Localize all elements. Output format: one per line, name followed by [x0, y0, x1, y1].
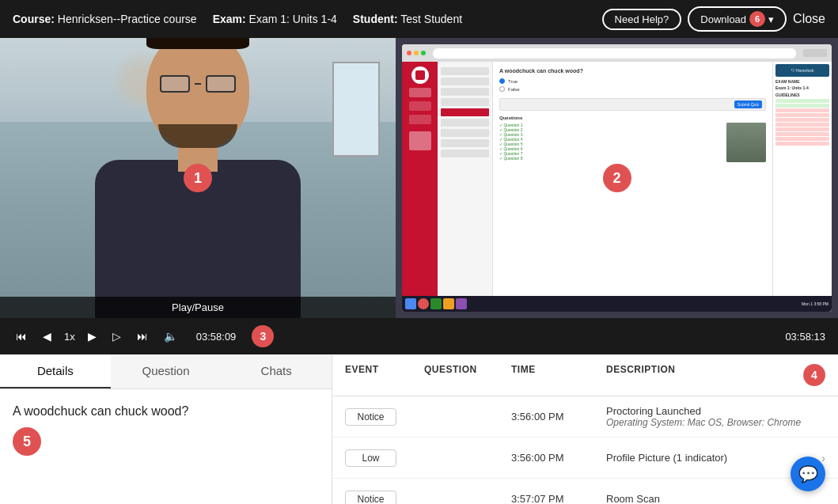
rewind-button[interactable]: ⏮ [13, 328, 30, 344]
event-badge-notice: Notice [345, 491, 396, 505]
download-button[interactable]: Download 6 ▾ [688, 6, 787, 32]
table-row[interactable]: Low 3:56:00 PM Profile Picture (1 indica… [332, 438, 838, 479]
chevron-right-icon: › [821, 452, 825, 464]
tab-question[interactable]: Question [111, 354, 222, 388]
tab-details[interactable]: Details [0, 354, 111, 388]
badge-3: 3 [252, 325, 274, 347]
question-text: A woodchuck can chuck wood? [13, 402, 319, 421]
play-button[interactable]: ▷ [109, 328, 124, 344]
table-row[interactable]: Notice 3:57:07 PM Room Scan [332, 479, 838, 504]
screen-share-video: A woodchuck can chuck wood? True False S… [396, 38, 838, 318]
event-desc-cell: Proctoring Launched Operating System: Ma… [606, 405, 825, 428]
table-row[interactable]: Notice 3:56:00 PM Proctoring Launched Op… [332, 396, 838, 438]
event-desc-cell: Room Scan [606, 493, 825, 504]
need-help-button[interactable]: Need Help? [602, 9, 682, 30]
play-pause-label[interactable]: Play/Pause [0, 297, 396, 318]
badge-4: 4 [803, 364, 825, 386]
step-forward-button[interactable]: ▶ [85, 328, 100, 344]
header-info: Course: Henricksen--Practice course Exam… [13, 13, 586, 25]
chat-icon: 💬 [798, 464, 818, 483]
event-badge-low: Low [345, 449, 396, 467]
header: Course: Henricksen--Practice course Exam… [0, 0, 838, 38]
events-header: EVENT QUESTION TIME DESCRIPTION 4 [332, 354, 838, 396]
col-desc-header: DESCRIPTION [606, 364, 803, 386]
time-elapsed: 03:58:09 [196, 331, 237, 343]
student-label: Student: Test Student [353, 13, 462, 25]
bottom-section: Details Question Chats A woodchuck can c… [0, 354, 838, 504]
event-badge-notice: Notice [345, 408, 396, 426]
close-button[interactable]: Close [793, 12, 825, 26]
events-list: Notice 3:56:00 PM Proctoring Launched Op… [332, 396, 838, 504]
event-time-cell: 3:57:07 PM [511, 493, 606, 504]
col-time-header: TIME [511, 364, 606, 386]
badge-1: 1 [184, 164, 212, 192]
download-badge: 6 [749, 11, 765, 27]
event-type-cell: Low [345, 449, 424, 467]
col-question-header: QUESTION [424, 364, 511, 386]
left-panel: Details Question Chats A woodchuck can c… [0, 354, 332, 504]
event-time-cell: 3:56:00 PM [511, 452, 606, 464]
exam-label: Exam: Exam 1: Units 1-4 [213, 13, 337, 25]
event-desc-cell: Profile Picture (1 indicator) [606, 452, 821, 464]
badge-5: 5 [13, 427, 41, 456]
webcam-video: 1 Play/Pause [0, 38, 396, 318]
video-section: 1 Play/Pause [0, 38, 838, 318]
volume-button[interactable]: 🔈 [161, 328, 180, 344]
speed-display: 1x [64, 331, 75, 343]
course-label: Course: Henricksen--Practice course [13, 13, 197, 25]
tabs-row: Details Question Chats [0, 354, 332, 389]
badge-2: 2 [603, 164, 631, 192]
step-back-button[interactable]: ◀ [40, 328, 55, 344]
tab-chats[interactable]: Chats [221, 354, 332, 388]
fast-forward-button[interactable]: ⏭ [134, 328, 151, 344]
right-panel: EVENT QUESTION TIME DESCRIPTION 4 Notice… [332, 354, 838, 504]
chevron-down-icon: ▾ [768, 13, 774, 25]
event-time-cell: 3:56:00 PM [511, 411, 606, 423]
controls-bar: ⏮ ◀ 1x ▶ ▷ ⏭ 🔈 03:58:09 3 03:58:13 [0, 318, 838, 354]
time-total: 03:58:13 [785, 331, 825, 343]
header-buttons: Need Help? Download 6 ▾ Close [602, 6, 825, 32]
col-event-header: EVENT [345, 364, 424, 386]
event-type-cell: Notice [345, 491, 424, 505]
event-type-cell: Notice [345, 408, 424, 426]
chat-fab-button[interactable]: 💬 [791, 457, 825, 491]
download-label: Download [700, 13, 746, 25]
tab-content-details: A woodchuck can chuck wood? 5 [0, 389, 332, 504]
